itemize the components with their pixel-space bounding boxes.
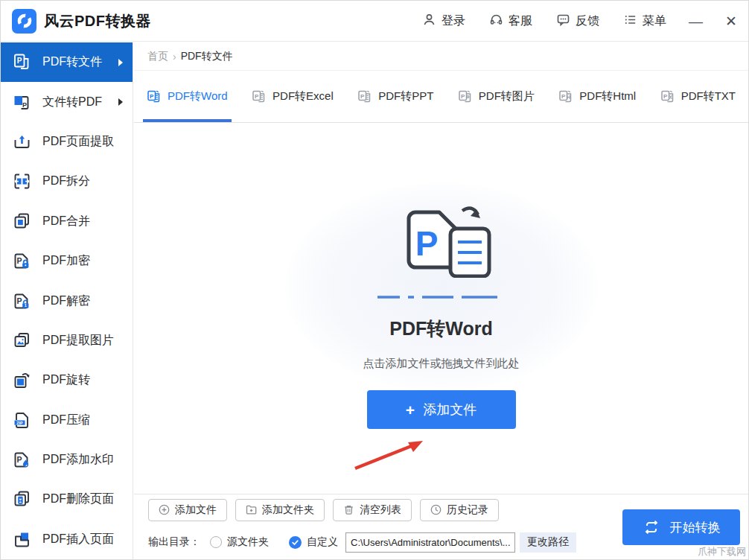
sidebar-item-page-extract[interactable]: PDF页面提取 <box>1 122 133 162</box>
menu-icon <box>623 13 637 30</box>
breadcrumb-home[interactable]: 首页 <box>147 50 168 63</box>
headset-icon <box>489 13 503 30</box>
pdf-encrypt-icon: P <box>12 251 32 271</box>
dropzone[interactable]: P PDF转Word 点击添加文件或拖拽文件到此处 + 添加文件 <box>134 123 748 494</box>
pdf-to-word-icon: P <box>147 89 162 104</box>
annotation-arrow-icon <box>352 437 427 474</box>
sidebar-item-label: PDF页面提取 <box>42 134 114 150</box>
sidebar-item-label: PDF拆分 <box>42 174 90 189</box>
submenu-arrow-icon <box>118 98 123 106</box>
conversion-tabbar: P PDF转Word P PDF转Excel <box>134 71 748 123</box>
sidebar-item-decrypt[interactable]: P 1 PDF解密 <box>1 281 133 320</box>
tab-pdf-to-word[interactable]: P PDF转Word <box>147 71 228 122</box>
sidebar-item-delete-pages[interactable]: PDF删除页面 <box>1 480 133 519</box>
tab-label: PDF转Html <box>579 89 636 104</box>
title-bar: 风云PDF转换器 登录 客服 <box>1 1 748 42</box>
clock-icon <box>430 504 442 515</box>
clear-list-button[interactable]: 清空列表 <box>333 499 412 521</box>
pdf-to-txt-icon: X P <box>660 89 675 104</box>
tab-pdf-to-html[interactable]: H P PDF转Html <box>558 71 636 122</box>
plus-circle-icon <box>159 504 170 515</box>
sidebar: P PDF转文件 P 文件转PDF PDF页面提取 <box>1 42 133 559</box>
sidebar-item-insert-pages[interactable]: PDF插入页面 <box>1 520 133 559</box>
app-logo-icon <box>12 9 36 34</box>
add-folder-button[interactable]: 添加文件夹 <box>235 499 325 521</box>
tab-label: PDF转PPT <box>378 89 433 104</box>
titlebar-actions: 登录 客服 <box>398 13 737 30</box>
history-button[interactable]: 历史记录 <box>420 499 499 521</box>
feedback-icon <box>556 13 570 30</box>
tab-pdf-to-txt[interactable]: X P PDF转TXT <box>660 71 736 122</box>
source-folder-radio[interactable]: 源文件夹 <box>210 535 269 549</box>
change-path-button[interactable]: 更改路径 <box>520 532 576 553</box>
watermark: 爪神下载网 <box>698 545 746 559</box>
svg-text:P: P <box>16 256 22 265</box>
add-file-label: 添加文件 <box>423 401 477 419</box>
svg-text:P: P <box>415 224 438 263</box>
trash-icon <box>343 504 354 515</box>
sidebar-item-pdf-to-file[interactable]: P PDF转文件 <box>1 42 133 82</box>
minimize-button[interactable]: — <box>689 14 703 28</box>
app-window: 风云PDF转换器 登录 客服 <box>0 0 749 560</box>
dashed-underline <box>377 288 506 302</box>
sidebar-item-encrypt[interactable]: P PDF加密 <box>1 241 133 281</box>
sidebar-item-merge[interactable]: PDF合并 <box>1 202 133 241</box>
svg-text:P: P <box>360 92 365 99</box>
menu-button[interactable]: 菜单 <box>623 13 666 30</box>
sidebar-item-label: PDF删除页面 <box>42 491 114 507</box>
sidebar-item-rotate[interactable]: PDF旋转 <box>1 360 133 400</box>
tab-pdf-to-ppt[interactable]: P PDF转PPT <box>357 71 433 122</box>
sidebar-item-label: PDF解密 <box>42 293 90 309</box>
pdf-merge-icon <box>12 211 32 232</box>
sidebar-item-label: PDF合并 <box>42 214 90 229</box>
submenu-arrow-icon <box>118 59 123 66</box>
svg-text:P: P <box>150 92 154 99</box>
login-button[interactable]: 登录 <box>422 13 465 30</box>
pdf-to-image-icon: P <box>458 89 473 104</box>
svg-text:ZIP: ZIP <box>16 420 23 424</box>
svg-text:P: P <box>22 101 27 108</box>
add-file-button[interactable]: 添加文件 <box>148 499 227 521</box>
plus-icon: + <box>406 402 415 418</box>
pdf-to-word-hero-icon: P <box>385 203 498 281</box>
sidebar-item-compress[interactable]: ZIP PDF压缩 <box>1 401 133 440</box>
close-button[interactable]: ✕ <box>725 14 737 28</box>
tab-pdf-to-excel[interactable]: P PDF转Excel <box>252 71 334 122</box>
output-dir-label: 输出目录： <box>148 535 200 549</box>
sidebar-item-label: 文件转PDF <box>42 95 102 110</box>
svg-text:P: P <box>17 57 22 65</box>
sidebar-item-file-to-pdf[interactable]: P 文件转PDF <box>1 82 133 121</box>
sidebar-item-label: PDF提取图片 <box>42 333 114 349</box>
sidebar-item-split[interactable]: PDF拆分 <box>1 162 133 201</box>
support-button[interactable]: 客服 <box>489 13 532 30</box>
sidebar-item-extract-images[interactable]: PDF提取图片 <box>1 321 133 360</box>
pdf-to-ppt-icon: P <box>357 89 372 104</box>
output-path-input[interactable] <box>345 532 515 553</box>
dropzone-hint: 点击添加文件或拖拽文件到此处 <box>363 357 520 371</box>
user-icon <box>422 13 436 30</box>
svg-text:1: 1 <box>25 303 27 308</box>
pdf-decrypt-icon: P 1 <box>12 291 32 311</box>
sidebar-item-label: PDF加密 <box>42 253 90 269</box>
svg-text:P: P <box>16 296 22 305</box>
tab-pdf-to-image[interactable]: P PDF转图片 <box>458 71 535 122</box>
page-extract-icon <box>12 132 32 152</box>
feedback-button[interactable]: 反馈 <box>556 13 599 30</box>
custom-folder-radio[interactable]: 自定义 <box>289 535 338 549</box>
pdf-to-html-icon: H P <box>558 89 573 104</box>
pdf-rotate-icon <box>12 370 32 390</box>
main-panel: 首页 › PDF转文件 P PDF转Word P <box>134 42 748 559</box>
pdf-compress-icon: ZIP <box>12 410 32 430</box>
start-convert-button[interactable]: 开始转换 <box>622 509 740 545</box>
svg-text:P: P <box>561 92 566 99</box>
svg-text:P: P <box>255 92 259 99</box>
app-title: 风云PDF转换器 <box>44 11 151 31</box>
convert-loop-icon <box>643 518 660 536</box>
file-to-pdf-icon: P <box>12 92 32 112</box>
sidebar-item-label: PDF添加水印 <box>42 452 114 468</box>
pdf-to-excel-icon: P <box>252 89 267 104</box>
add-file-primary-button[interactable]: + 添加文件 <box>367 390 516 429</box>
svg-text:P: P <box>16 455 22 464</box>
delete-page-icon <box>12 489 32 509</box>
sidebar-item-watermark[interactable]: P PDF添加水印 <box>1 440 133 480</box>
